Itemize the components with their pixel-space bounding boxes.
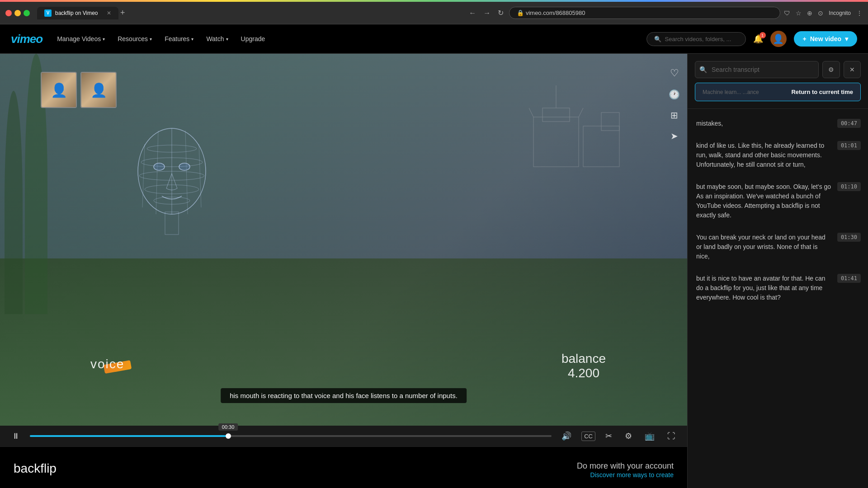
fullscreen-btn[interactable]: ⛶ [665,430,678,443]
transcript-entry-4[interactable]: You can break your neck or land on your … [688,226,868,267]
new-video-chevron: ▾ [845,35,848,42]
back-btn[interactable]: ← [467,7,478,19]
transcript-time-3: 01:10 [837,182,861,191]
architecture-sketch [529,81,642,173]
nav-chevron-features: ▾ [191,37,193,42]
lock-icon: 🔒 [517,9,524,16]
main-content: 👤 👤 [0,54,868,488]
forward-btn[interactable]: → [481,7,492,19]
star-icon[interactable]: ☆ [796,9,802,17]
cast-btn[interactable]: 📺 [642,429,657,443]
new-video-label: New video [810,35,841,42]
metadata-row: backflip Do more with your account Disco… [14,461,674,479]
voice-label: voice [90,357,124,371]
collections-btn[interactable]: ⊞ [669,110,680,121]
window-maximize-btn[interactable] [24,10,30,16]
nav-features-label: Features [165,35,189,42]
video-controls: ⏸ 00:30 🔊 CC ✂ ⚙ 📺 ⛶ [0,426,687,446]
account-promo-title: Do more with your account [577,461,674,471]
window-minimize-btn[interactable] [14,10,21,16]
menu-icon[interactable]: ⋮ [856,9,863,17]
svg-rect-15 [542,108,570,122]
search-icon: 🔍 [654,36,661,42]
vimeo-navbar: vimeo Manage Videos ▾ Resources ▾ Featur… [0,24,868,54]
like-btn[interactable]: ♡ [669,67,680,79]
user-avatar[interactable]: 👤 [770,31,787,47]
transcript-preview: Machine learn... ...ance [703,89,759,95]
account-promo-link[interactable]: Discover more ways to create [590,471,674,479]
return-to-current-btn[interactable]: Machine learn... ...ance Return to curre… [695,83,861,101]
tab-favicon: V [44,9,52,17]
nav-watch[interactable]: Watch ▾ [206,35,228,42]
captions-btn[interactable]: CC [581,432,595,441]
clip-btn[interactable]: ✂ [603,429,615,443]
progress-fill [30,435,228,437]
transcript-time-1: 00:47 [837,119,861,128]
refresh-btn[interactable]: ↻ [496,7,505,19]
tab-title: backflip on Vimeo [55,10,98,16]
new-tab-btn[interactable]: + [120,8,125,18]
transcript-time-5: 01:41 [837,274,861,283]
search-placeholder-text: Search videos, folders, ... [665,36,731,42]
nav-items: Manage Videos ▾ Resources ▾ Features ▾ W… [57,35,265,42]
transcript-entry-2[interactable]: kind of like us. Like this, he already l… [688,135,868,176]
transcript-header: 🔍 ⚙ ✕ Machine learn... ...ance Return to… [688,54,868,109]
svg-rect-17 [583,126,619,167]
transcript-time-2: 01:01 [837,141,861,150]
browser-actions: 🛡 ☆ ⊕ ⊙ Incognito ⋮ [784,9,863,17]
extensions-icon[interactable]: ⊕ [807,9,812,17]
nav-manage-videos[interactable]: Manage Videos ▾ [57,35,105,42]
incognito-label: Incognito [829,10,851,16]
share-btn[interactable]: ➤ [669,131,680,141]
browser-chrome: V backflip on Vimeo ✕ + ← → ↻ 🔒 vimeo.co… [0,2,868,24]
wireframe-head [127,122,217,241]
browser-window-controls [5,10,30,16]
svg-line-7 [142,144,145,207]
transcript-panel: 🔍 ⚙ ✕ Machine learn... ...ance Return to… [687,54,868,488]
svg-line-9 [185,131,188,214]
progress-thumb [226,433,231,439]
balance-text: balance [561,352,606,366]
nav-watch-label: Watch [206,35,224,42]
transcript-entry-5[interactable]: but it is nice to have an avatar for tha… [688,267,868,309]
video-action-icons: ♡ 🕐 ⊞ ➤ [669,67,680,141]
transcript-search-input[interactable] [695,61,819,78]
pause-btn[interactable]: ⏸ [9,430,23,443]
transcript-filter-btn[interactable]: ⚙ [822,61,840,78]
progress-bar[interactable] [30,435,552,437]
nav-right: 🔍 Search videos, folders, ... 🔔 1 👤 + Ne… [646,31,857,47]
watch-history-btn[interactable]: 🕐 [669,89,680,100]
transcript-close-btn[interactable]: ✕ [844,61,861,78]
nav-chevron-manage: ▾ [103,37,105,42]
address-bar[interactable]: 🔒 vimeo.com/868805980 [509,7,780,19]
profile-icon[interactable]: ⊙ [818,9,823,17]
svg-rect-13 [165,212,179,235]
plus-icon: + [803,35,807,42]
nav-resources[interactable]: Resources ▾ [118,35,152,42]
balance-label: balance 4.200 [561,352,606,380]
svg-line-20 [579,108,583,117]
vimeo-logo[interactable]: vimeo [11,32,42,46]
settings-btn[interactable]: ⚙ [622,429,635,443]
active-tab[interactable]: V backflip on Vimeo ✕ [37,7,118,19]
svg-point-12 [179,163,190,170]
url-text: vimeo.com/868805980 [526,9,585,16]
video-area: 👤 👤 [0,54,687,426]
new-video-btn[interactable]: + New video ▾ [794,31,857,47]
nav-features[interactable]: Features ▾ [165,35,193,42]
video-title-area: backflip [14,461,57,476]
time-tooltip: 00:30 [218,423,238,431]
progress-area[interactable]: 00:30 [30,435,552,437]
volume-btn[interactable]: 🔊 [559,429,574,443]
tab-close-btn[interactable]: ✕ [107,10,111,16]
notification-btn[interactable]: 🔔 1 [753,34,763,44]
transcript-entry-1[interactable]: mistakes, 00:47 [688,113,868,135]
svg-line-19 [529,108,533,117]
transcript-text-2: kind of like us. Like this, he already l… [696,141,832,169]
window-close-btn[interactable] [5,10,12,16]
nav-upgrade[interactable]: Upgrade [241,35,265,42]
video-metadata: backflip Do more with your account Disco… [0,446,687,488]
global-search-bar[interactable]: 🔍 Search videos, folders, ... [646,32,746,46]
transcript-entry-3[interactable]: but maybe soon, but maybe soon. Okay, le… [688,176,868,226]
svg-line-10 [199,144,201,207]
